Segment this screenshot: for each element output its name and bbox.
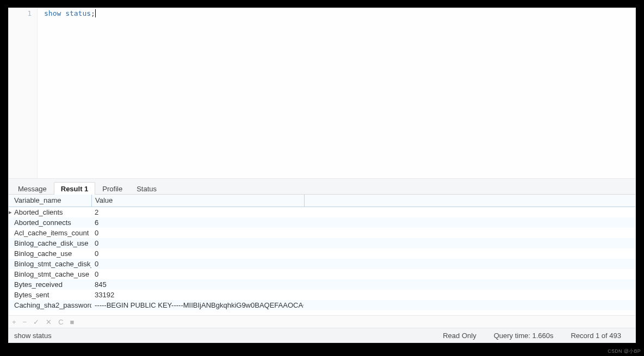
cell-var: Caching_sha2_password_ bbox=[11, 300, 91, 310]
grid-header: Variable_name Value bbox=[9, 195, 635, 207]
status-querytime: Query time: 1.660s bbox=[485, 332, 562, 340]
cell-var: Binlog_stmt_cache_use bbox=[11, 269, 91, 279]
tab-result[interactable]: Result 1 bbox=[54, 182, 96, 195]
gutter: 1 bbox=[9, 8, 38, 178]
cell-val: 6 bbox=[91, 217, 304, 228]
status-query: show status bbox=[14, 332, 52, 340]
table-row[interactable]: Aborted_clients 2 bbox=[9, 207, 635, 217]
code-area[interactable]: show status; bbox=[38, 8, 635, 178]
cell-var: Bytes_received bbox=[11, 279, 91, 290]
grid-toolbar: + − ✓ ✕ C ■ bbox=[9, 315, 635, 328]
refresh-icon[interactable]: C bbox=[58, 318, 63, 326]
table-row[interactable]: Caching_sha2_password_ -----BEGIN PUBLIC… bbox=[9, 300, 635, 310]
line-number: 1 bbox=[9, 8, 37, 19]
stop-icon[interactable]: ■ bbox=[70, 318, 75, 326]
cancel-icon[interactable]: ✕ bbox=[46, 318, 52, 326]
column-header-value[interactable]: Value bbox=[92, 195, 305, 207]
cell-val: 0 bbox=[91, 238, 304, 248]
tab-status[interactable]: Status bbox=[129, 182, 164, 195]
cell-var: Binlog_cache_disk_use bbox=[11, 238, 91, 248]
table-row[interactable]: Aborted_connects 6 bbox=[9, 217, 635, 228]
column-header-variable[interactable]: Variable_name bbox=[11, 195, 92, 207]
tab-message[interactable]: Message bbox=[11, 182, 54, 195]
sql-editor[interactable]: 1 show status; bbox=[9, 8, 635, 179]
cell-var: Bytes_sent bbox=[11, 290, 91, 300]
table-row[interactable]: Binlog_cache_disk_use 0 bbox=[9, 238, 635, 248]
tab-profile[interactable]: Profile bbox=[95, 182, 129, 195]
cell-var: Acl_cache_items_count bbox=[11, 228, 91, 238]
punct: ; bbox=[91, 9, 95, 17]
table-row[interactable]: Binlog_cache_use 0 bbox=[9, 248, 635, 259]
cell-val: 0 bbox=[91, 228, 304, 238]
cell-val: 845 bbox=[91, 279, 304, 290]
cell-val: 0 bbox=[91, 259, 304, 269]
table-row[interactable]: Acl_cache_items_count 0 bbox=[9, 228, 635, 238]
keyword: show bbox=[44, 9, 61, 17]
add-row-icon[interactable]: + bbox=[12, 318, 16, 326]
cell-val: 0 bbox=[91, 269, 304, 279]
cell-var: Aborted_clients bbox=[11, 207, 91, 217]
status-record: Record 1 of 493 bbox=[562, 332, 630, 340]
remove-row-icon[interactable]: − bbox=[23, 318, 27, 326]
table-row[interactable]: Binlog_stmt_cache_use 0 bbox=[9, 269, 635, 279]
status-readonly: Read Only bbox=[434, 332, 485, 340]
table-row[interactable]: Bytes_sent 33192 bbox=[9, 290, 635, 300]
cell-val: 33192 bbox=[91, 290, 304, 300]
table-row[interactable]: Bytes_received 845 bbox=[9, 279, 635, 290]
cell-val: -----BEGIN PUBLIC KEY-----MIIBIjANBgkqhk… bbox=[91, 300, 304, 310]
cell-var: Binlog_cache_use bbox=[11, 248, 91, 259]
result-grid[interactable]: Variable_name Value Aborted_clients 2 Ab… bbox=[9, 195, 635, 315]
apply-icon[interactable]: ✓ bbox=[33, 318, 39, 326]
status-bar: show status Read Only Query time: 1.660s… bbox=[9, 328, 635, 342]
text-caret bbox=[95, 9, 96, 17]
result-tabs: Message Result 1 Profile Status bbox=[9, 179, 635, 195]
cell-val: 2 bbox=[91, 207, 304, 217]
table-row[interactable]: Binlog_stmt_cache_disk_ 0 bbox=[9, 259, 635, 269]
cell-val: 0 bbox=[91, 248, 304, 259]
watermark: CSDN @小BP bbox=[608, 348, 641, 355]
cell-var: Aborted_connects bbox=[11, 217, 91, 228]
identifier: status bbox=[65, 9, 91, 17]
cell-var: Binlog_stmt_cache_disk_ bbox=[11, 259, 91, 269]
